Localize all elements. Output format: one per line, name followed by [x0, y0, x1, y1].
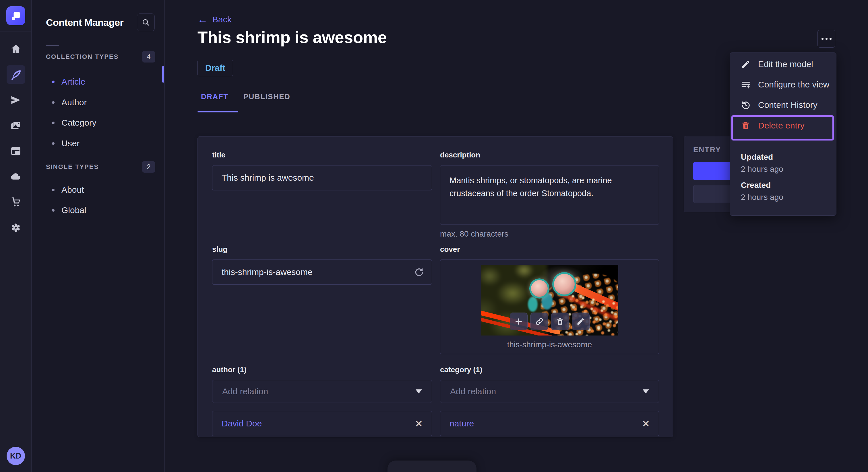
author-relation-chip: David Doe ×	[212, 411, 432, 436]
content-manager-subnav: Content Manager COLLECTION TYPES 4 Artic…	[32, 0, 165, 472]
logo-container	[0, 0, 31, 32]
sidebar-item-global[interactable]: Global	[32, 202, 164, 218]
media-library-icon[interactable]	[7, 116, 25, 135]
chevron-down-icon	[415, 390, 422, 394]
sidebar-item-author[interactable]: Author	[32, 94, 164, 111]
pencil-icon	[741, 59, 751, 69]
trash-icon	[741, 121, 751, 131]
pencil-icon	[577, 317, 585, 326]
title-input[interactable]	[212, 165, 432, 191]
sidebar-item-user[interactable]: User	[32, 135, 164, 152]
author-field-label: author (1)	[212, 365, 432, 374]
sidebar-item-category[interactable]: Category	[32, 114, 164, 131]
description-hint: max. 80 characters	[440, 229, 659, 239]
sidebar-item-article[interactable]: Article	[32, 73, 164, 90]
user-avatar[interactable]: KD	[7, 447, 25, 465]
copy-link-button[interactable]	[530, 312, 548, 330]
remove-relation-icon[interactable]: ×	[642, 417, 650, 430]
bullet-icon	[52, 122, 55, 124]
cover-filename: this-shrimp-is-awesome	[440, 340, 659, 349]
add-icon	[515, 317, 523, 326]
cover-image	[481, 265, 618, 336]
created-label: Created	[741, 181, 771, 190]
description-field-label: description	[440, 150, 659, 160]
main-content: ← Back This shrimp is awesome Draft DRAF…	[165, 0, 868, 472]
list-plus-icon	[741, 80, 751, 90]
collection-types-label: COLLECTION TYPES	[46, 53, 119, 61]
more-actions-button[interactable]	[817, 30, 835, 47]
content-type-builder-icon[interactable]	[7, 142, 25, 160]
more-actions-menu: Edit the model Configure the view Conten…	[730, 53, 836, 216]
bullet-icon	[52, 101, 55, 104]
nav-icon-list	[7, 40, 25, 237]
tab-published[interactable]: PUBLISHED	[240, 92, 294, 101]
cover-asset-box: this-shrimp-is-awesome	[440, 260, 659, 354]
bullet-icon	[52, 209, 55, 212]
subnav-title: Content Manager	[46, 17, 123, 28]
home-icon[interactable]	[7, 40, 25, 58]
marketplace-icon[interactable]	[7, 193, 25, 211]
description-textarea[interactable]: Mantis shrimps, or stomatopods, are mari…	[440, 165, 659, 225]
single-types-count-badge: 2	[142, 161, 155, 173]
category-relation-select[interactable]: Add relation	[440, 380, 659, 403]
subnav-divider	[46, 45, 59, 46]
trash-icon	[556, 317, 564, 326]
main-nav-sidebar: KD	[0, 0, 32, 472]
collection-types-count-badge: 4	[142, 51, 155, 63]
app-window: KD Content Manager COLLECTION TYPES 4 Ar…	[0, 0, 868, 472]
strapi-logo[interactable]	[6, 6, 25, 25]
add-asset-button[interactable]	[510, 312, 528, 330]
cover-field-label: cover	[440, 245, 659, 254]
cover-action-bar	[510, 312, 590, 330]
category-relation-chip: nature ×	[440, 411, 659, 436]
tab-draft[interactable]: DRAFT	[197, 92, 232, 101]
bullet-icon	[52, 189, 55, 191]
subnav-scrollbar-thumb[interactable]	[162, 66, 164, 82]
menu-divider	[730, 144, 836, 144]
updated-value: 2 hours ago	[741, 165, 783, 174]
bullet-icon	[52, 142, 55, 145]
relation-link-david-doe[interactable]: David Doe	[222, 419, 262, 429]
slug-input[interactable]	[212, 260, 432, 285]
menu-item-edit-the-model[interactable]: Edit the model	[730, 54, 836, 74]
delete-asset-button[interactable]	[551, 312, 569, 330]
author-relation-select[interactable]: Add relation	[212, 380, 432, 403]
menu-item-configure-the-view[interactable]: Configure the view	[730, 74, 836, 95]
edit-form-card: title description Mantis shrimps, or sto…	[197, 136, 673, 437]
title-field-label: title	[212, 150, 432, 160]
active-tab-indicator	[197, 111, 238, 112]
remove-relation-icon[interactable]: ×	[415, 417, 423, 430]
slug-field-label: slug	[212, 245, 432, 254]
floating-pill-button[interactable]	[388, 461, 476, 472]
status-badge: Draft	[197, 60, 233, 76]
entry-panel-title: ENTRY	[693, 145, 721, 154]
updated-label: Updated	[741, 153, 773, 162]
back-link[interactable]: ← Back	[197, 14, 231, 25]
category-field-label: category (1)	[440, 365, 659, 374]
page-title: This shrimp is awesome	[197, 28, 386, 47]
search-button[interactable]	[137, 13, 155, 31]
single-types-label: SINGLE TYPES	[46, 163, 99, 171]
sidebar-item-about[interactable]: About	[32, 181, 164, 198]
edit-asset-button[interactable]	[572, 312, 590, 330]
menu-item-content-history[interactable]: Content History	[730, 95, 836, 115]
releases-icon[interactable]	[7, 91, 25, 109]
created-value: 2 hours ago	[741, 193, 783, 202]
link-icon	[535, 317, 544, 326]
content-manager-icon[interactable]	[7, 65, 25, 84]
bullet-icon	[52, 80, 55, 83]
back-arrow-icon: ←	[197, 14, 208, 25]
relation-link-nature[interactable]: nature	[450, 419, 474, 429]
chevron-down-icon	[643, 390, 649, 394]
history-icon	[741, 100, 751, 110]
settings-gear-icon[interactable]	[7, 218, 25, 237]
regenerate-slug-icon[interactable]	[414, 267, 425, 278]
tab-bar: DRAFT PUBLISHED	[197, 92, 302, 101]
cloud-icon[interactable]	[7, 167, 25, 186]
menu-item-delete-entry[interactable]: Delete entry	[730, 115, 836, 136]
